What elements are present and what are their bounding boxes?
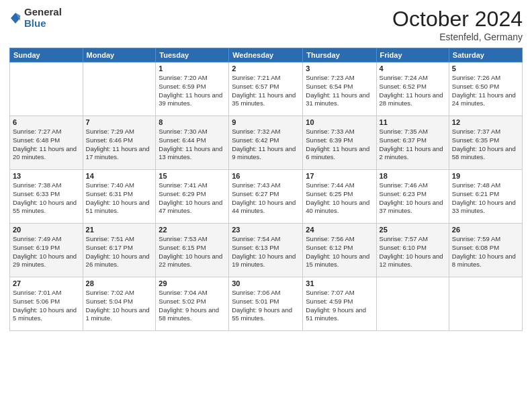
weekday-header-tuesday: Tuesday [156, 48, 229, 62]
day-number: 26 [452, 226, 519, 234]
day-info: Sunrise: 7:21 AM Sunset: 6:57 PM Dayligh… [232, 74, 300, 108]
day-number: 21 [86, 226, 153, 234]
logo-text: General Blue [24, 7, 62, 29]
day-info: Sunrise: 7:48 AM Sunset: 6:21 PM Dayligh… [452, 181, 519, 216]
weekday-header-monday: Monday [83, 48, 156, 62]
weekday-header-thursday: Thursday [303, 48, 376, 62]
calendar-cell: 15Sunrise: 7:41 AM Sunset: 6:29 PM Dayli… [156, 170, 229, 224]
title-block: October 2024 Estenfeld, Germany [392, 7, 523, 42]
calendar-cell: 6Sunrise: 7:27 AM Sunset: 6:48 PM Daylig… [10, 116, 83, 170]
day-number: 5 [452, 64, 519, 73]
calendar-cell: 27Sunrise: 7:01 AM Sunset: 5:06 PM Dayli… [10, 277, 83, 331]
day-number: 15 [159, 172, 226, 180]
day-info: Sunrise: 7:29 AM Sunset: 6:46 PM Dayligh… [86, 128, 153, 162]
calendar-cell: 31Sunrise: 7:07 AM Sunset: 4:59 PM Dayli… [303, 277, 376, 331]
day-info: Sunrise: 7:46 AM Sunset: 6:23 PM Dayligh… [380, 181, 446, 216]
header: General Blue October 2024 Estenfeld, Ger… [9, 7, 523, 42]
calendar-cell: 11Sunrise: 7:35 AM Sunset: 6:37 PM Dayli… [376, 116, 449, 170]
page: General Blue October 2024 Estenfeld, Ger… [0, 0, 532, 411]
day-number: 12 [452, 118, 519, 126]
day-info: Sunrise: 7:35 AM Sunset: 6:37 PM Dayligh… [380, 128, 446, 162]
logo-icon [9, 11, 21, 25]
day-number: 16 [232, 172, 300, 180]
day-number: 24 [306, 226, 373, 234]
day-info: Sunrise: 7:57 AM Sunset: 6:10 PM Dayligh… [380, 235, 446, 269]
day-number: 6 [13, 118, 80, 126]
day-number: 18 [380, 172, 446, 180]
day-info: Sunrise: 7:41 AM Sunset: 6:29 PM Dayligh… [159, 181, 226, 216]
day-number: 28 [86, 279, 153, 287]
day-number: 23 [232, 226, 300, 234]
logo-blue: Blue [24, 18, 62, 30]
calendar-cell: 24Sunrise: 7:56 AM Sunset: 6:12 PM Dayli… [303, 224, 376, 277]
day-info: Sunrise: 7:38 AM Sunset: 6:33 PM Dayligh… [13, 181, 80, 216]
day-info: Sunrise: 7:20 AM Sunset: 6:59 PM Dayligh… [159, 74, 226, 108]
calendar-cell: 1Sunrise: 7:20 AM Sunset: 6:59 PM Daylig… [156, 62, 229, 116]
calendar-cell: 9Sunrise: 7:32 AM Sunset: 6:42 PM Daylig… [229, 116, 303, 170]
day-number: 20 [13, 226, 80, 234]
day-number: 13 [13, 172, 80, 180]
day-info: Sunrise: 7:40 AM Sunset: 6:31 PM Dayligh… [86, 181, 153, 216]
day-info: Sunrise: 7:01 AM Sunset: 5:06 PM Dayligh… [13, 289, 80, 323]
week-row-2: 13Sunrise: 7:38 AM Sunset: 6:33 PM Dayli… [10, 170, 523, 224]
day-number: 10 [306, 118, 373, 126]
day-number: 29 [159, 279, 226, 287]
calendar-cell: 21Sunrise: 7:51 AM Sunset: 6:17 PM Dayli… [83, 224, 156, 277]
day-info: Sunrise: 7:51 AM Sunset: 6:17 PM Dayligh… [86, 235, 153, 269]
day-info: Sunrise: 7:37 AM Sunset: 6:35 PM Dayligh… [452, 128, 519, 162]
day-info: Sunrise: 7:49 AM Sunset: 6:19 PM Dayligh… [13, 235, 80, 269]
day-info: Sunrise: 7:59 AM Sunset: 6:08 PM Dayligh… [452, 235, 519, 269]
calendar-cell: 19Sunrise: 7:48 AM Sunset: 6:21 PM Dayli… [449, 170, 522, 224]
calendar-cell: 18Sunrise: 7:46 AM Sunset: 6:23 PM Dayli… [376, 170, 449, 224]
day-info: Sunrise: 7:44 AM Sunset: 6:25 PM Dayligh… [306, 181, 373, 216]
calendar-cell: 8Sunrise: 7:30 AM Sunset: 6:44 PM Daylig… [156, 116, 229, 170]
day-info: Sunrise: 7:56 AM Sunset: 6:12 PM Dayligh… [306, 235, 373, 269]
day-info: Sunrise: 7:23 AM Sunset: 6:54 PM Dayligh… [306, 74, 373, 108]
calendar-cell: 25Sunrise: 7:57 AM Sunset: 6:10 PM Dayli… [376, 224, 449, 277]
calendar-cell: 7Sunrise: 7:29 AM Sunset: 6:46 PM Daylig… [83, 116, 156, 170]
calendar-cell: 28Sunrise: 7:02 AM Sunset: 5:04 PM Dayli… [83, 277, 156, 331]
calendar-cell: 29Sunrise: 7:04 AM Sunset: 5:02 PM Dayli… [156, 277, 229, 331]
week-row-0: 1Sunrise: 7:20 AM Sunset: 6:59 PM Daylig… [10, 62, 523, 116]
weekday-header-sunday: Sunday [10, 48, 83, 62]
week-row-3: 20Sunrise: 7:49 AM Sunset: 6:19 PM Dayli… [10, 224, 523, 277]
day-number: 11 [380, 118, 446, 126]
day-info: Sunrise: 7:30 AM Sunset: 6:44 PM Dayligh… [159, 128, 226, 162]
day-info: Sunrise: 7:06 AM Sunset: 5:01 PM Dayligh… [232, 289, 300, 323]
weekday-header-wednesday: Wednesday [229, 48, 303, 62]
calendar-cell: 12Sunrise: 7:37 AM Sunset: 6:35 PM Dayli… [449, 116, 522, 170]
weekday-header-friday: Friday [376, 48, 449, 62]
day-number: 19 [452, 172, 519, 180]
day-number: 7 [86, 118, 153, 126]
calendar-cell: 30Sunrise: 7:06 AM Sunset: 5:01 PM Dayli… [229, 277, 303, 331]
day-info: Sunrise: 7:53 AM Sunset: 6:15 PM Dayligh… [159, 235, 226, 269]
day-info: Sunrise: 7:26 AM Sunset: 6:50 PM Dayligh… [452, 74, 519, 108]
day-number: 1 [159, 64, 226, 73]
calendar-cell: 26Sunrise: 7:59 AM Sunset: 6:08 PM Dayli… [449, 224, 522, 277]
weekday-header-row: SundayMondayTuesdayWednesdayThursdayFrid… [10, 48, 523, 62]
calendar-cell: 5Sunrise: 7:26 AM Sunset: 6:50 PM Daylig… [449, 62, 522, 116]
calendar-cell [83, 62, 156, 116]
calendar-cell: 3Sunrise: 7:23 AM Sunset: 6:54 PM Daylig… [303, 62, 376, 116]
day-number: 27 [13, 279, 80, 287]
calendar-cell: 20Sunrise: 7:49 AM Sunset: 6:19 PM Dayli… [10, 224, 83, 277]
calendar-cell [449, 277, 522, 331]
calendar-table: SundayMondayTuesdayWednesdayThursdayFrid… [9, 48, 523, 331]
calendar-cell: 10Sunrise: 7:33 AM Sunset: 6:39 PM Dayli… [303, 116, 376, 170]
logo-general: General [24, 7, 62, 18]
calendar-cell: 23Sunrise: 7:54 AM Sunset: 6:13 PM Dayli… [229, 224, 303, 277]
day-info: Sunrise: 7:27 AM Sunset: 6:48 PM Dayligh… [13, 128, 80, 162]
day-number: 17 [306, 172, 373, 180]
day-number: 8 [159, 118, 226, 126]
day-number: 30 [232, 279, 300, 287]
day-number: 22 [159, 226, 226, 234]
day-info: Sunrise: 7:04 AM Sunset: 5:02 PM Dayligh… [159, 289, 226, 323]
calendar-cell [376, 277, 449, 331]
week-row-4: 27Sunrise: 7:01 AM Sunset: 5:06 PM Dayli… [10, 277, 523, 331]
day-number: 14 [86, 172, 153, 180]
day-info: Sunrise: 7:54 AM Sunset: 6:13 PM Dayligh… [232, 235, 300, 269]
day-number: 31 [306, 279, 373, 287]
week-row-1: 6Sunrise: 7:27 AM Sunset: 6:48 PM Daylig… [10, 116, 523, 170]
calendar-cell: 17Sunrise: 7:44 AM Sunset: 6:25 PM Dayli… [303, 170, 376, 224]
weekday-header-saturday: Saturday [449, 48, 522, 62]
